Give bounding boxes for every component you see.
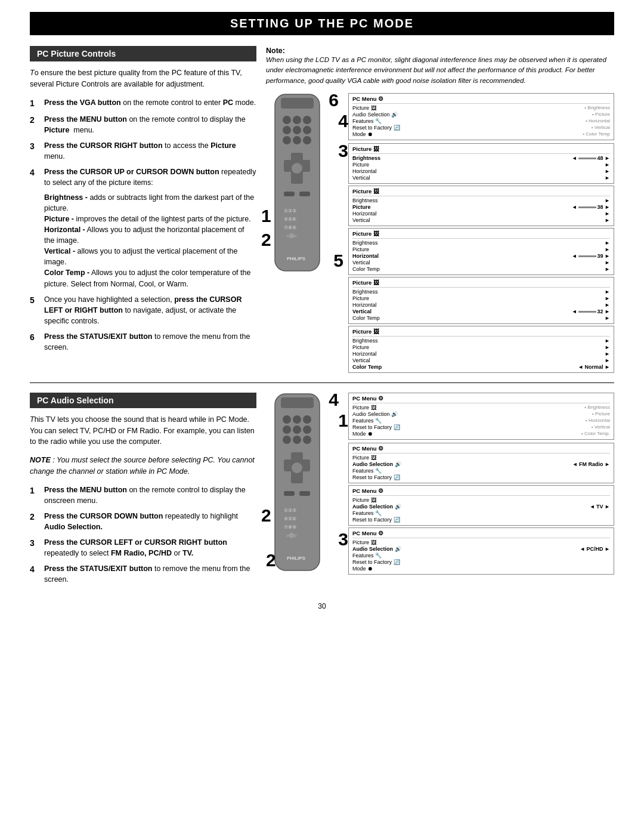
svg-text:④⑤⑥: ④⑤⑥ xyxy=(284,516,296,522)
step-2: 2 Press the MENU button on the remote co… xyxy=(30,114,256,135)
horizontal-screen: Picture 🖼 Brightness► Picture► Horizonta… xyxy=(348,228,614,275)
step-num-2: 2 xyxy=(261,230,271,250)
svg-text:PHILIPS: PHILIPS xyxy=(287,556,306,561)
svg-point-26 xyxy=(283,425,291,434)
svg-point-7 xyxy=(303,126,311,134)
note-box: Note: When using the LCD TV as a PC moni… xyxy=(266,46,614,86)
svg-rect-15 xyxy=(299,192,310,196)
svg-text:①②③: ①②③ xyxy=(284,208,296,214)
svg-point-4 xyxy=(303,116,311,124)
step-num-6: 6 xyxy=(329,90,339,110)
step-5: 5 Once you have highlighted a selection,… xyxy=(30,294,256,326)
svg-point-29 xyxy=(283,436,291,444)
svg-point-25 xyxy=(303,415,311,424)
svg-point-8 xyxy=(283,136,291,144)
picture-controls-diagrams: Note: When using the LCD TV as a PC moni… xyxy=(266,46,614,373)
svg-text:⑦⑧⑨: ⑦⑧⑨ xyxy=(284,225,296,230)
svg-point-28 xyxy=(303,425,311,434)
remote-svg-2: ①②③ ④⑤⑥ ⑦⑧⑨ ○⓪○ PHILIPS xyxy=(266,393,329,572)
audio-selection-text: PC Audio Selection This TV lets you choo… xyxy=(30,393,256,590)
audio-diagrams: 4 1 2 3 2 xyxy=(266,393,614,590)
remote-diagram-1: 6 4 3 1 2 5 xyxy=(266,93,343,274)
remote-svg-1: ①②③ ④⑤⑥ ⑦⑧⑨ ○⓪○ PHILIPS xyxy=(266,93,329,272)
vertical-screen: Picture 🖼 Brightness► Picture► Horizonta… xyxy=(348,277,614,324)
svg-rect-22 xyxy=(281,397,314,408)
section2-intro1: This TV lets you choose the sound that i… xyxy=(30,414,256,448)
note-text: When using the LCD TV as a PC monitor, s… xyxy=(266,55,614,86)
step-num-4: 4 xyxy=(338,111,348,131)
brightness-screen: Picture 🖼 Brightness ◄ 48 ► Picture► Hor… xyxy=(348,143,614,184)
section2-intro2: NOTE : You must select the source before… xyxy=(30,455,256,477)
pchd-screen: PC Menu ⚙ Picture 🖼 Audio Selection 🔊 ◄ … xyxy=(348,527,614,575)
sub-items: Brightness - adds or subtracts light fro… xyxy=(44,192,256,289)
audio-sub-menus: PC Menu ⚙ Picture 🖼 Audio Selection 🔊 ◄ … xyxy=(348,443,614,575)
picture-steps-list: 1 Press the VGA button on the remote con… xyxy=(30,97,256,353)
step-3: 3 Press the CURSOR RIGHT button to acces… xyxy=(30,140,256,162)
svg-text:PHILIPS: PHILIPS xyxy=(287,256,306,261)
audio-step-num-4: 4 xyxy=(329,390,339,410)
audio-steps-list: 1 Press the MENU button on the remote co… xyxy=(30,485,256,585)
audio-step-3: 3 Press the CURSOR LEFT or CURSOR RIGHT … xyxy=(30,537,256,559)
step-6: 6 Press the STATUS/EXIT button to remove… xyxy=(30,331,256,353)
svg-point-3 xyxy=(293,116,301,124)
svg-point-23 xyxy=(283,415,291,424)
svg-point-2 xyxy=(283,116,291,124)
audio-diagrams-section: 4 1 2 3 2 xyxy=(266,393,614,575)
svg-text:○⓪○: ○⓪○ xyxy=(286,533,297,538)
picture-sub-menus: Picture 🖼 Brightness ◄ 48 ► Picture► Hor… xyxy=(348,143,614,373)
section1-intro: To ensure the best picture quality from … xyxy=(30,67,256,90)
colortemp-screen: Picture 🖼 Brightness► Picture► Horizonta… xyxy=(348,326,614,373)
svg-text:④⑤⑥: ④⑤⑥ xyxy=(284,217,296,222)
audio-pc-menu-box: PC Menu ⚙ Picture 🖼• Brightness Audio Se… xyxy=(348,393,614,440)
pc-menu-box: PC Menu ⚙ Picture 🖼• Brightness Audio Se… xyxy=(348,93,614,140)
section-picture-controls: PC Picture Controls To ensure the best p… xyxy=(30,46,614,373)
svg-point-13 xyxy=(292,163,302,174)
audio-step-2: 2 Press the CURSOR DOWN button repeatedl… xyxy=(30,511,256,532)
svg-text:①②③: ①②③ xyxy=(284,508,296,513)
audio-step-num-1: 1 xyxy=(338,411,348,431)
picture-diagrams: 6 4 3 1 2 5 xyxy=(266,93,614,373)
audio-step-4: 4 Press the STATUS/EXIT button to remove… xyxy=(30,563,256,585)
picture-controls-text: PC Picture Controls To ensure the best p… xyxy=(30,46,256,373)
picture-screen: Picture 🖼 Brightness► Picture ◄ 38 ► Hor… xyxy=(348,186,614,226)
picture-combined-diagram: 6 4 3 1 2 5 xyxy=(266,93,614,373)
svg-point-5 xyxy=(283,126,291,134)
remote-diagram-2: 4 1 2 3 2 xyxy=(266,393,343,573)
picture-screenshots: PC Menu ⚙ Picture 🖼• Brightness Audio Se… xyxy=(348,93,614,373)
svg-point-24 xyxy=(293,415,301,424)
step-num-5: 5 xyxy=(333,251,343,271)
svg-text:○⓪○: ○⓪○ xyxy=(286,233,297,239)
page-number: 30 xyxy=(30,602,614,610)
svg-point-6 xyxy=(293,126,301,134)
step-num-3: 3 xyxy=(338,141,348,161)
section-divider xyxy=(30,382,614,383)
section1-title: PC Picture Controls xyxy=(30,46,256,61)
fm-radio-screen: PC Menu ⚙ Picture 🖼 Audio Selection 🔊 ◄ … xyxy=(348,443,614,483)
svg-point-34 xyxy=(292,462,302,473)
audio-step-1: 1 Press the MENU button on the remote co… xyxy=(30,485,256,506)
step-num-1: 1 xyxy=(261,206,271,226)
tv-screen: PC Menu ⚙ Picture 🖼 Audio Selection 🔊 ◄ … xyxy=(348,485,614,526)
audio-screenshots: PC Menu ⚙ Picture 🖼• Brightness Audio Se… xyxy=(348,393,614,575)
audio-combined-diagram: 4 1 2 3 2 xyxy=(266,393,614,575)
page: Setting up the PC Mode PC Picture Contro… xyxy=(24,0,620,622)
audio-step-num-22: 2 xyxy=(266,550,276,570)
audio-step-num-2: 2 xyxy=(261,505,271,526)
svg-point-27 xyxy=(293,425,301,434)
svg-point-30 xyxy=(293,436,301,444)
step-4: 4 Press the CURSOR UP or CURSOR DOWN but… xyxy=(30,166,256,289)
svg-point-10 xyxy=(303,136,311,144)
section2-title: PC Audio Selection xyxy=(30,393,256,408)
step-1: 1 Press the VGA button on the remote con… xyxy=(30,97,256,109)
audio-step-num-3: 3 xyxy=(338,529,348,550)
svg-point-31 xyxy=(303,436,311,444)
svg-point-9 xyxy=(293,136,301,144)
svg-rect-1 xyxy=(281,98,314,109)
svg-rect-35 xyxy=(284,491,295,496)
section-audio-selection: PC Audio Selection This TV lets you choo… xyxy=(30,393,614,590)
svg-rect-36 xyxy=(299,491,310,496)
svg-rect-14 xyxy=(284,192,295,196)
page-title: Setting up the PC Mode xyxy=(30,12,614,35)
svg-text:⑦⑧⑨: ⑦⑧⑨ xyxy=(284,525,296,530)
